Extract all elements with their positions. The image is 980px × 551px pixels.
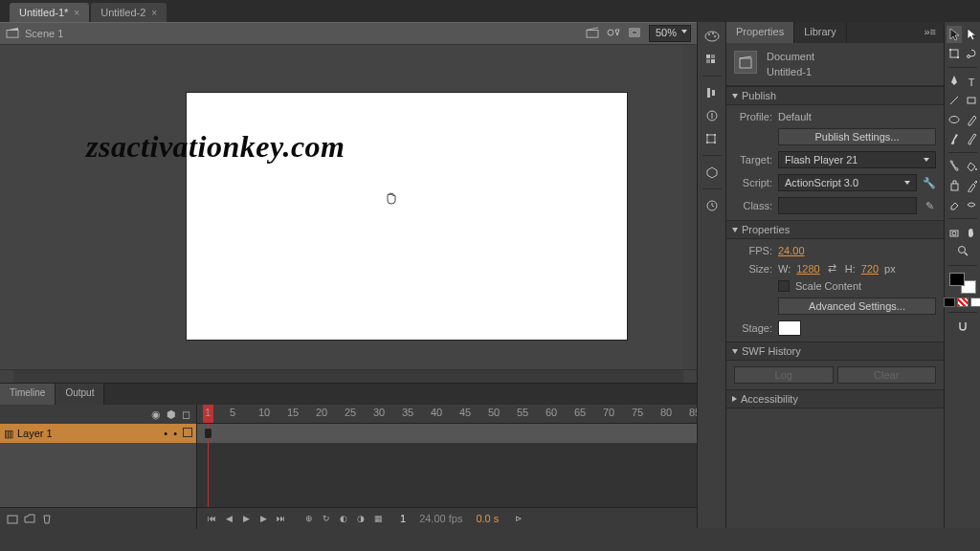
target-select[interactable]: Flash Player 21 [778,151,936,168]
transform-icon[interactable] [702,130,722,147]
rectangle-tool[interactable] [964,92,979,109]
clear-button[interactable]: Clear [837,366,937,384]
snap-icon[interactable] [955,318,970,335]
tab-library[interactable]: Library [794,22,847,43]
width-tool[interactable] [964,196,979,213]
layer-visibility-dot[interactable]: • [164,428,167,439]
section-publish[interactable]: Publish [726,86,944,105]
class-input[interactable] [778,197,917,214]
wrench-icon[interactable]: 🔧 [923,176,936,189]
layer-row[interactable]: ▥ Layer 1 • • [0,424,197,443]
eraser-tool[interactable] [947,196,962,213]
brush-tool[interactable] [947,130,962,147]
svg-point-9 [714,35,716,37]
scale-checkbox[interactable] [778,280,790,292]
scene-name[interactable]: Scene 1 [25,28,63,39]
components-icon[interactable] [702,164,722,181]
layer-outline-dot[interactable] [183,428,192,437]
edit-symbols-icon[interactable] [607,27,620,40]
frames-area[interactable] [197,443,697,507]
doc-tab-2[interactable]: Untitled-2 × [91,3,167,22]
edit-multiple-icon[interactable]: ▦ [371,512,385,525]
publish-settings-button[interactable]: Publish Settings... [778,128,936,145]
onion-outline-icon[interactable]: ◑ [354,512,368,525]
section-swf-history[interactable]: SWF History [726,342,944,361]
pencil-tool[interactable] [964,111,979,128]
layer-panel-space [0,443,197,507]
fps-value[interactable]: 24.00 [778,245,805,256]
history-icon[interactable] [702,197,722,214]
doc-tab-1[interactable]: Untitled-1* × [10,3,89,22]
scrollbar-horizontal[interactable] [0,369,697,383]
new-layer-icon[interactable] [6,512,19,525]
lock-icon[interactable]: ⬢ [167,408,176,421]
layer-lock-dot[interactable]: • [173,428,177,439]
lasso-tool[interactable] [964,45,979,62]
pin-icon[interactable]: ⊳ [512,512,525,525]
delete-layer-icon[interactable] [40,512,54,525]
timeline-ruler[interactable]: 1 5 10 15 20 25 30 35 40 45 50 55 60 65 [197,405,697,423]
free-transform-tool[interactable] [947,45,962,62]
paint-brush-tool[interactable] [964,130,979,147]
fit-icon[interactable] [628,27,641,40]
doc-type: Document [767,51,814,62]
camera-tool[interactable] [947,224,962,241]
onion-skin-icon[interactable]: ◐ [337,512,350,525]
new-folder-icon[interactable] [23,512,36,525]
frames-track[interactable] [197,424,697,443]
pencil-icon[interactable]: ✎ [923,199,936,212]
log-button[interactable]: Log [734,366,834,384]
color-swatch[interactable] [949,273,976,294]
oval-tool[interactable] [947,111,962,128]
tab-timeline[interactable]: Timeline [0,384,56,405]
edit-scene-icon[interactable] [586,27,599,40]
close-icon[interactable]: × [151,8,157,18]
scrollbar-vertical[interactable] [683,45,697,369]
first-frame-icon[interactable]: ⏮ [205,512,218,525]
close-icon[interactable]: × [74,8,79,18]
swap-colors-swatch[interactable] [970,298,981,307]
stage-area[interactable]: zsactivationkey.com [0,45,683,369]
zoom-tool[interactable] [955,243,970,260]
no-color-swatch[interactable] [957,298,969,307]
play-icon[interactable]: ▶ [239,512,253,525]
align-icon[interactable] [702,84,722,101]
height-value[interactable]: 720 [861,263,879,275]
pen-tool[interactable] [947,73,962,90]
svg-point-36 [952,231,956,235]
chevron-down-icon [924,158,929,162]
ink-bottle-tool[interactable] [947,177,962,194]
color-icon[interactable] [702,28,722,45]
subselection-tool[interactable] [964,26,979,43]
info-icon[interactable]: i [702,107,722,124]
selection-tool[interactable] [947,26,962,43]
hand-tool[interactable] [964,224,979,241]
eyedropper-tool[interactable] [964,177,979,194]
eye-icon[interactable]: ◉ [151,408,161,421]
tab-properties[interactable]: Properties [726,22,794,43]
tab-output[interactable]: Output [56,384,104,405]
link-icon[interactable]: ⇄ [826,262,839,275]
fill-swatch[interactable] [949,273,965,286]
script-select[interactable]: ActionScript 3.0 [778,174,917,191]
text-tool[interactable]: T [964,73,979,90]
zoom-select[interactable]: 50% [649,25,691,42]
next-frame-icon[interactable]: ▶ [256,512,270,525]
panel-menu-icon[interactable]: »≡ [916,22,944,43]
section-accessibility[interactable]: Accessibility [726,389,944,408]
bone-tool[interactable] [947,158,962,175]
center-frame-icon[interactable]: ⊕ [302,512,316,525]
black-white-swatch[interactable] [944,298,955,307]
advanced-settings-button[interactable]: Advanced Settings... [778,298,936,315]
outline-icon[interactable]: ◻ [182,408,190,421]
keyframe[interactable] [205,429,212,438]
line-tool[interactable] [947,92,962,109]
prev-frame-icon[interactable]: ◀ [222,512,235,525]
stage-color-swatch[interactable] [778,320,801,336]
section-properties[interactable]: Properties [726,220,944,239]
paint-bucket-tool[interactable] [964,158,979,175]
last-frame-icon[interactable]: ⏭ [274,512,287,525]
loop-icon[interactable]: ↻ [320,512,333,525]
width-value[interactable]: 1280 [796,263,819,275]
swatches-icon[interactable] [702,51,722,68]
